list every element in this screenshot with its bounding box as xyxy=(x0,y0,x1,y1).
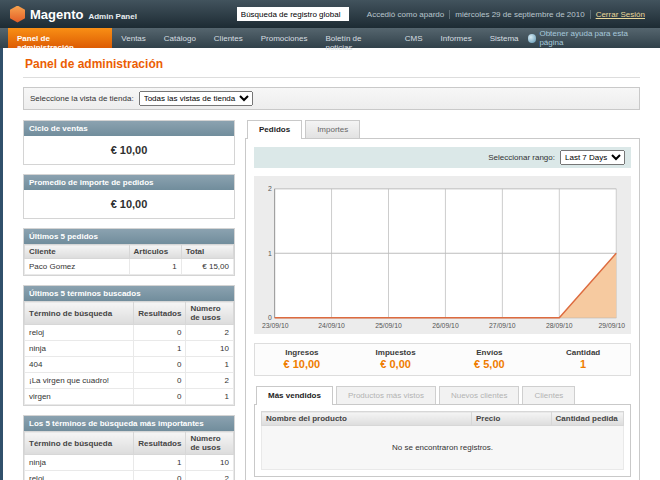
column-header: Resultados xyxy=(134,302,186,325)
table-cell: € 15,00 xyxy=(181,259,233,275)
svg-text:1: 1 xyxy=(268,250,272,257)
logout-link[interactable]: Cerrar Sesión xyxy=(596,10,645,19)
tab-pedidos[interactable]: Pedidos xyxy=(247,120,302,139)
nav-item-informes[interactable]: Informes xyxy=(432,28,481,48)
table-row[interactable]: Paco Gomez1€ 15,00 xyxy=(25,259,234,275)
products-panel: Nombre del productoPrecioCantidad pedida… xyxy=(254,404,631,477)
range-label: Seleccionar rango: xyxy=(488,153,555,162)
table-row[interactable]: reloj02 xyxy=(25,325,234,341)
last-search-terms-title: Últimos 5 términos buscados xyxy=(24,286,234,301)
top-search-terms-title: Los 5 términos de búsqueda más important… xyxy=(24,416,234,431)
tab-clientes[interactable]: Clientes xyxy=(522,386,575,404)
title-divider xyxy=(23,77,640,78)
store-view-label: Seleccione la vista de tienda: xyxy=(30,94,134,103)
top-search-terms-widget: Los 5 términos de búsqueda más important… xyxy=(23,415,235,480)
table-cell: reloj xyxy=(25,471,134,480)
table-cell: 0 xyxy=(134,325,186,341)
column-header: Precio xyxy=(471,412,551,426)
column-header: Nombre del producto xyxy=(262,412,472,426)
nav-item-catalogo[interactable]: Catálogo xyxy=(155,28,205,48)
nav-item-promociones[interactable]: Promociones xyxy=(252,28,317,48)
globe-help-icon xyxy=(528,34,537,43)
svg-text:2: 2 xyxy=(268,185,272,192)
table-cell: 1 xyxy=(129,259,181,275)
empty-row: No se encontraron registros. xyxy=(262,426,624,470)
nav-item-clientes[interactable]: Clientes xyxy=(205,28,252,48)
sales-widget-value: € 10,00 xyxy=(24,136,234,164)
table-row[interactable]: 40401 xyxy=(25,357,234,373)
table-cell: 2 xyxy=(186,325,234,341)
sales-widget: Ciclo de ventas € 10,00 xyxy=(23,120,235,165)
table-cell: 1 xyxy=(134,341,186,357)
last-search-terms-table: Término de búsquedaResultadosNúmero de u… xyxy=(24,301,234,405)
nav-items: Panel de administraciónVentasCatálogoCli… xyxy=(8,28,528,48)
table-cell: 2 xyxy=(186,471,234,480)
magento-logo-icon xyxy=(10,6,25,23)
svg-text:28/09/10: 28/09/10 xyxy=(546,322,573,329)
table-row[interactable]: virgen01 xyxy=(25,389,234,405)
dashboard-main-panel: Pedidos Importes Seleccionar rango: Last… xyxy=(245,120,640,480)
logged-in-as: Accedió como apardo xyxy=(362,10,449,19)
stat-impuestos: Impuestos € 0,00 xyxy=(349,348,443,370)
column-header: Cantidad pedida xyxy=(551,412,623,426)
last-search-terms-widget: Últimos 5 términos buscados Término de b… xyxy=(23,285,235,406)
tab-nuevos-clientes[interactable]: Nuevos clientes xyxy=(439,386,519,404)
table-cell: Paco Gomez xyxy=(25,259,130,275)
table-cell: reloj xyxy=(25,325,134,341)
empty-message: No se encontraron registros. xyxy=(262,426,624,470)
magento-admin-window: Magento Admin Panel Accedió como apardo … xyxy=(0,0,660,480)
average-order-widget-value: € 10,00 xyxy=(24,190,234,218)
svg-text:23/09/10: 23/09/10 xyxy=(262,322,289,329)
stat-cantidad: Cantidad 1 xyxy=(536,348,630,370)
orders-chart-container: 01223/09/1024/09/1025/09/1026/09/1027/09… xyxy=(254,176,631,334)
nav-item-cms[interactable]: CMS xyxy=(396,28,432,48)
current-date: miércoles 29 de septiembre de 2010 xyxy=(449,10,589,19)
store-view-select[interactable]: Todas las vistas de tienda xyxy=(139,91,253,106)
column-header: Término de búsqueda xyxy=(25,432,134,455)
table-row[interactable]: reloj02 xyxy=(25,471,234,480)
range-select[interactable]: Last 7 Days xyxy=(560,150,625,165)
table-row[interactable]: ninja110 xyxy=(25,341,234,357)
table-cell: 2 xyxy=(186,373,234,389)
last-orders-widget: Últimos 5 pedidos ClienteArtículosTotalP… xyxy=(23,228,235,276)
column-header: Término de búsqueda xyxy=(25,302,134,325)
nav-item-sistema[interactable]: Sistema xyxy=(481,28,528,48)
nav-item-boletin-de-noticias[interactable]: Boletín de noticias xyxy=(316,28,395,48)
svg-text:24/09/10: 24/09/10 xyxy=(318,322,345,329)
help-label: Obtener ayuda para esta página xyxy=(539,29,652,47)
tab-productos-mas-vistos[interactable]: Productos más vistos xyxy=(336,386,436,404)
table-cell: 10 xyxy=(186,341,234,357)
column-header: Número de usos xyxy=(186,302,234,325)
column-header: Artículos xyxy=(129,245,181,259)
top-bar: Magento Admin Panel Accedió como apardo … xyxy=(0,0,660,28)
table-row[interactable]: ¡La virgen que cuadro!02 xyxy=(25,373,234,389)
column-header: Total xyxy=(181,245,233,259)
dashboard-sidebar: Ciclo de ventas € 10,00 Promedio de impo… xyxy=(23,120,235,480)
page-title: Panel de administración xyxy=(25,57,638,71)
global-search-input[interactable] xyxy=(237,7,349,21)
chart-panel: Seleccionar rango: Last 7 Days 01223/09/… xyxy=(245,138,640,480)
orders-area-chart: 01223/09/1024/09/1025/09/1026/09/1027/09… xyxy=(259,183,626,331)
brand-name: Magento xyxy=(30,7,83,22)
brand-suffix: Admin Panel xyxy=(88,12,136,21)
range-bar: Seleccionar rango: Last 7 Days xyxy=(254,147,631,168)
nav-item-ventas[interactable]: Ventas xyxy=(112,28,154,48)
chart-tabs: Pedidos Importes xyxy=(245,120,640,138)
stat-envios: Envíos € 5,00 xyxy=(443,348,537,370)
table-cell: 404 xyxy=(25,357,134,373)
main-nav: Panel de administraciónVentasCatálogoCli… xyxy=(0,28,660,48)
table-cell: ¡La virgen que cuadro! xyxy=(25,373,134,389)
tab-mas-vendidos[interactable]: Más vendidos xyxy=(256,386,333,405)
table-cell: 1 xyxy=(186,357,234,373)
help-link[interactable]: Obtener ayuda para esta página xyxy=(528,29,652,47)
table-cell: 10 xyxy=(186,455,234,471)
column-header: Cliente xyxy=(25,245,130,259)
table-cell: ninja xyxy=(25,341,134,357)
average-order-widget-title: Promedio de importe de pedidos xyxy=(24,175,234,190)
svg-text:26/09/10: 26/09/10 xyxy=(432,322,459,329)
nav-item-panel-de-administracion[interactable]: Panel de administración xyxy=(8,28,112,48)
column-header: Resultados xyxy=(134,432,186,455)
table-row[interactable]: ninja110 xyxy=(25,455,234,471)
table-cell: 1 xyxy=(186,389,234,405)
tab-importes[interactable]: Importes xyxy=(305,120,360,138)
